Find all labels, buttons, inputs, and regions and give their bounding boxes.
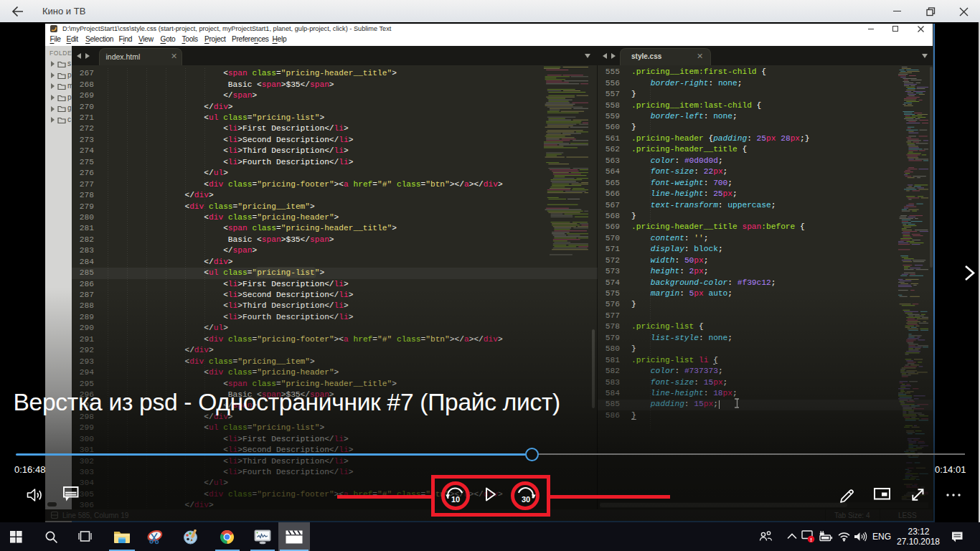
svg-text:!: ! (810, 537, 812, 543)
